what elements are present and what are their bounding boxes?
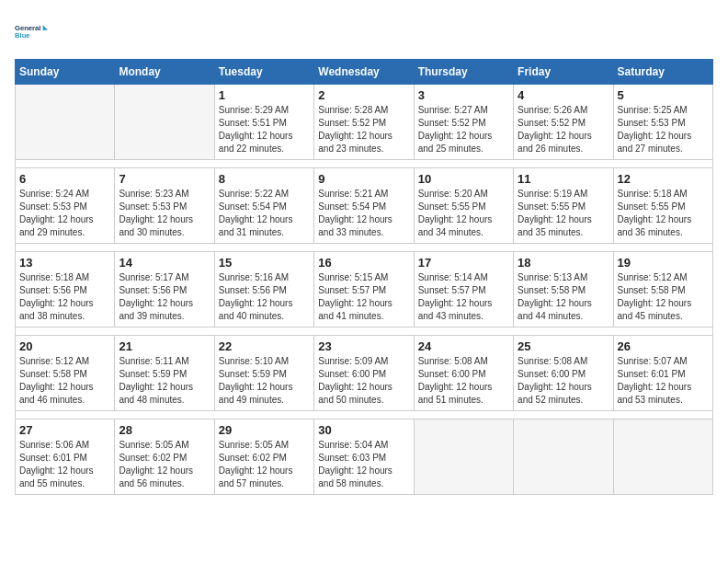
calendar-cell: 29Sunrise: 5:05 AMSunset: 6:02 PMDayligh… [214, 419, 313, 495]
calendar-cell: 8Sunrise: 5:22 AMSunset: 5:54 PMDaylight… [214, 168, 313, 244]
day-info: Sunrise: 5:18 AMSunset: 5:56 PMDaylight:… [19, 271, 110, 323]
day-number: 1 [219, 88, 310, 102]
calendar-cell [16, 85, 115, 160]
calendar-cell: 24Sunrise: 5:08 AMSunset: 6:00 PMDayligh… [414, 336, 513, 411]
day-number: 11 [518, 172, 609, 186]
calendar-cell: 25Sunrise: 5:08 AMSunset: 6:00 PMDayligh… [514, 336, 613, 411]
calendar-cell: 22Sunrise: 5:10 AMSunset: 5:59 PMDayligh… [214, 336, 313, 411]
day-number: 22 [219, 339, 310, 353]
day-info: Sunrise: 5:27 AMSunset: 5:52 PMDaylight:… [418, 104, 509, 155]
week-spacer [16, 160, 713, 168]
day-number: 26 [618, 339, 709, 353]
day-number: 16 [318, 256, 409, 270]
calendar-cell [115, 85, 214, 160]
calendar-cell: 14Sunrise: 5:17 AMSunset: 5:56 PMDayligh… [115, 252, 214, 327]
day-info: Sunrise: 5:29 AMSunset: 5:51 PMDaylight:… [219, 104, 310, 155]
calendar-cell: 13Sunrise: 5:18 AMSunset: 5:56 PMDayligh… [16, 252, 115, 327]
day-number: 30 [318, 423, 409, 437]
day-info: Sunrise: 5:20 AMSunset: 5:55 PMDaylight:… [418, 188, 509, 239]
weekday-header-tuesday: Tuesday [214, 60, 313, 85]
calendar-cell: 17Sunrise: 5:14 AMSunset: 5:57 PMDayligh… [414, 252, 513, 327]
day-info: Sunrise: 5:06 AMSunset: 6:01 PMDaylight:… [19, 439, 110, 490]
calendar-table: SundayMondayTuesdayWednesdayThursdayFrid… [15, 59, 713, 495]
week-spacer [16, 327, 713, 336]
calendar-cell: 4Sunrise: 5:26 AMSunset: 5:52 PMDaylight… [514, 85, 613, 160]
logo-icon: General Blue [15, 15, 48, 48]
day-info: Sunrise: 5:08 AMSunset: 6:00 PMDaylight:… [418, 355, 509, 407]
calendar-cell: 6Sunrise: 5:24 AMSunset: 5:53 PMDaylight… [16, 168, 115, 244]
day-info: Sunrise: 5:19 AMSunset: 5:55 PMDaylight:… [518, 188, 609, 239]
calendar-cell: 9Sunrise: 5:21 AMSunset: 5:54 PMDaylight… [314, 168, 414, 244]
calendar-cell [514, 419, 613, 495]
weekday-header-thursday: Thursday [414, 60, 513, 85]
day-info: Sunrise: 5:11 AMSunset: 5:59 PMDaylight:… [119, 355, 210, 407]
day-info: Sunrise: 5:08 AMSunset: 6:00 PMDaylight:… [518, 355, 609, 407]
calendar-cell: 10Sunrise: 5:20 AMSunset: 5:55 PMDayligh… [414, 168, 513, 244]
day-info: Sunrise: 5:12 AMSunset: 5:58 PMDaylight:… [19, 355, 110, 407]
calendar-cell [613, 419, 712, 495]
day-number: 27 [19, 423, 110, 437]
day-number: 23 [318, 339, 409, 353]
day-number: 21 [119, 339, 210, 353]
calendar-cell: 7Sunrise: 5:23 AMSunset: 5:53 PMDaylight… [115, 168, 214, 244]
day-info: Sunrise: 5:10 AMSunset: 5:59 PMDaylight:… [219, 355, 310, 407]
day-number: 8 [219, 172, 310, 186]
calendar-cell [414, 419, 513, 495]
day-number: 25 [518, 339, 609, 353]
day-info: Sunrise: 5:15 AMSunset: 5:57 PMDaylight:… [318, 271, 409, 323]
day-info: Sunrise: 5:24 AMSunset: 5:53 PMDaylight:… [19, 188, 110, 239]
day-info: Sunrise: 5:21 AMSunset: 5:54 PMDaylight:… [318, 188, 409, 239]
calendar-cell: 15Sunrise: 5:16 AMSunset: 5:56 PMDayligh… [214, 252, 313, 327]
day-number: 14 [119, 256, 210, 270]
day-number: 28 [119, 423, 210, 437]
day-number: 5 [618, 88, 709, 102]
weekday-header-row: SundayMondayTuesdayWednesdayThursdayFrid… [16, 60, 713, 85]
day-number: 4 [518, 88, 609, 102]
calendar-cell: 28Sunrise: 5:05 AMSunset: 6:02 PMDayligh… [115, 419, 214, 495]
calendar-cell: 1Sunrise: 5:29 AMSunset: 5:51 PMDaylight… [214, 85, 313, 160]
day-info: Sunrise: 5:09 AMSunset: 6:00 PMDaylight:… [318, 355, 409, 407]
calendar-cell: 27Sunrise: 5:06 AMSunset: 6:01 PMDayligh… [16, 419, 115, 495]
calendar-cell: 30Sunrise: 5:04 AMSunset: 6:03 PMDayligh… [314, 419, 414, 495]
day-number: 7 [119, 172, 210, 186]
calendar-cell: 21Sunrise: 5:11 AMSunset: 5:59 PMDayligh… [115, 336, 214, 411]
weekday-header-wednesday: Wednesday [314, 60, 414, 85]
calendar-cell: 3Sunrise: 5:27 AMSunset: 5:52 PMDaylight… [414, 85, 513, 160]
day-info: Sunrise: 5:07 AMSunset: 6:01 PMDaylight:… [618, 355, 709, 407]
day-number: 19 [618, 256, 709, 270]
week-row-3: 13Sunrise: 5:18 AMSunset: 5:56 PMDayligh… [16, 252, 713, 327]
calendar-cell: 12Sunrise: 5:18 AMSunset: 5:55 PMDayligh… [613, 168, 712, 244]
day-number: 12 [618, 172, 709, 186]
day-info: Sunrise: 5:05 AMSunset: 6:02 PMDaylight:… [119, 439, 210, 490]
weekday-header-sunday: Sunday [16, 60, 115, 85]
day-number: 13 [19, 256, 110, 270]
week-spacer [16, 244, 713, 252]
day-info: Sunrise: 5:16 AMSunset: 5:56 PMDaylight:… [219, 271, 310, 323]
weekday-header-saturday: Saturday [613, 60, 712, 85]
week-spacer [16, 411, 713, 419]
svg-text:General: General [15, 24, 40, 32]
logo: General Blue [15, 15, 48, 48]
calendar-cell: 19Sunrise: 5:12 AMSunset: 5:58 PMDayligh… [613, 252, 712, 327]
svg-text:Blue: Blue [15, 31, 30, 40]
day-info: Sunrise: 5:04 AMSunset: 6:03 PMDaylight:… [318, 439, 409, 490]
day-number: 29 [219, 423, 310, 437]
day-number: 2 [318, 88, 409, 102]
day-number: 15 [219, 256, 310, 270]
header: General Blue [15, 15, 713, 48]
day-info: Sunrise: 5:17 AMSunset: 5:56 PMDaylight:… [119, 271, 210, 323]
day-info: Sunrise: 5:28 AMSunset: 5:52 PMDaylight:… [318, 104, 409, 155]
calendar-cell: 11Sunrise: 5:19 AMSunset: 5:55 PMDayligh… [514, 168, 613, 244]
day-info: Sunrise: 5:18 AMSunset: 5:55 PMDaylight:… [618, 188, 709, 239]
week-row-1: 1Sunrise: 5:29 AMSunset: 5:51 PMDaylight… [16, 85, 713, 160]
calendar-cell: 5Sunrise: 5:25 AMSunset: 5:53 PMDaylight… [613, 85, 712, 160]
day-info: Sunrise: 5:12 AMSunset: 5:58 PMDaylight:… [618, 271, 709, 323]
day-number: 9 [318, 172, 409, 186]
day-number: 20 [19, 339, 110, 353]
day-number: 24 [418, 339, 509, 353]
day-number: 18 [518, 256, 609, 270]
calendar-cell: 18Sunrise: 5:13 AMSunset: 5:58 PMDayligh… [514, 252, 613, 327]
day-number: 6 [19, 172, 110, 186]
calendar-cell: 26Sunrise: 5:07 AMSunset: 6:01 PMDayligh… [613, 336, 712, 411]
day-number: 3 [418, 88, 509, 102]
